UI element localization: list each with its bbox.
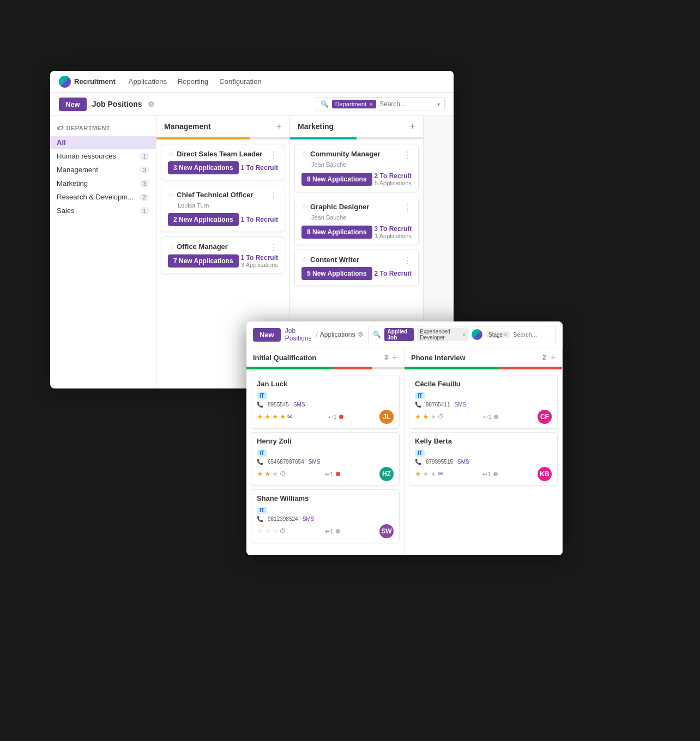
marketing-column-add-icon[interactable]: + <box>409 122 415 131</box>
kelly-dot-icon <box>493 472 498 476</box>
gd-recruit-sub: 1 Applications <box>375 233 412 239</box>
cecile-phone-icon: 📞 <box>415 402 421 408</box>
stage-filter-icon <box>472 329 482 340</box>
sidebar-item-research-count: 2 <box>140 193 149 201</box>
stage-tag[interactable]: Stage × <box>486 331 510 338</box>
stage-label: Stage <box>488 332 503 338</box>
cw-menu-icon[interactable]: ⋮ <box>403 256 412 266</box>
office-manager-footer: 7 New Applications 1 To Recruit 3 Applic… <box>168 254 278 268</box>
kelly-icons: ↩1 <box>482 471 497 478</box>
pi-col-add-icon[interactable]: + <box>551 353 556 362</box>
cecile-avatar-img: CF <box>538 410 552 424</box>
app-title: Recruitment <box>74 77 116 86</box>
search-dropdown-arrow[interactable]: ▾ <box>437 101 440 107</box>
sidebar-item-all[interactable]: All <box>50 136 156 149</box>
cm-star-icon[interactable]: ☆ <box>301 150 308 158</box>
gd-subtitle: Jean Bauche <box>301 214 412 221</box>
cecile-footer: ★ ★ ★ ⏱ ↩1 CF <box>415 410 552 424</box>
pi-progress-green <box>405 367 499 369</box>
gd-star-icon[interactable]: ☆ <box>301 203 308 211</box>
sidebar-item-sales[interactable]: Sales 1 <box>50 204 156 217</box>
sidebar-item-sales-label: Sales <box>57 206 75 215</box>
sidebar-item-hr-label: Human ressources <box>57 152 116 160</box>
sidebar-item-hr-count: 1 <box>140 153 149 160</box>
direct-sales-applications-btn[interactable]: 3 New Applications <box>168 161 239 174</box>
card-content-writer: ☆ Content Writer ⋮ 5 New Applications 2 … <box>294 250 419 286</box>
cto-applications-btn[interactable]: 2 New Applications <box>168 213 239 226</box>
henry-zoli-avatar: HZ <box>379 467 394 481</box>
cecile-reply-icon: ↩1 <box>483 414 491 421</box>
management-column-title: Management <box>164 122 211 131</box>
jan-luck-dot-icon <box>339 415 343 419</box>
nav-configuration[interactable]: Configuration <box>215 75 265 88</box>
shane-williams-name: Shane Williams <box>257 494 394 502</box>
sec-search-bar: 🔍 Applied Job Experienced Developer × St… <box>368 326 557 343</box>
new-button[interactable]: New <box>59 98 87 111</box>
gd-recruit-info: 3 To Recruit 1 Applications <box>375 225 412 239</box>
shane-williams-sms[interactable]: SMS <box>303 516 315 522</box>
card-cm-header: ☆ Community Manager ⋮ <box>301 150 412 160</box>
gd-recruit-count: 3 To Recruit <box>375 225 412 233</box>
phone-interview-column: Phone Interview 2 + Cécile Feuillu IT <box>405 348 563 555</box>
henry-zoli-sms[interactable]: SMS <box>309 459 321 465</box>
office-manager-applications-btn[interactable]: 7 New Applications <box>168 254 239 268</box>
breadcrumb-settings-icon[interactable]: ⚙ <box>358 331 364 338</box>
kelly-phone-num: 879895515 <box>426 459 453 465</box>
breadcrumb-job-positions[interactable]: Job Positions <box>285 327 314 342</box>
nav-reporting[interactable]: Reporting <box>173 75 213 88</box>
direct-sales-menu-icon[interactable]: ⋮ <box>269 150 278 160</box>
cto-star-icon[interactable]: ☆ <box>168 191 174 199</box>
shane-williams-tag: IT <box>257 507 267 514</box>
pi-col-title: Phone Interview <box>411 354 466 362</box>
applied-job-tag[interactable]: Applied Job <box>384 328 414 341</box>
sec-search-input[interactable] <box>513 331 551 338</box>
cecile-clock-icon: ⏱ <box>438 413 444 420</box>
kelly-sms[interactable]: SMS <box>457 459 469 465</box>
gd-applications-btn[interactable]: 8 New Applications <box>301 226 372 239</box>
direct-sales-star-icon[interactable]: ☆ <box>168 150 174 158</box>
iq-progress-gray <box>372 367 404 369</box>
kelly-avatar: KB <box>538 467 552 481</box>
jan-luck-stars: ★ ★ ★ ★ ✉ <box>257 412 292 421</box>
breadcrumb-applications: Applications <box>320 331 355 338</box>
breadcrumb-separator: / <box>316 331 317 338</box>
cm-applications-btn[interactable]: 8 New Applications <box>301 173 372 186</box>
jan-luck-sms[interactable]: SMS <box>293 402 305 408</box>
search-input[interactable] <box>379 100 434 108</box>
marketing-column-header: Marketing + <box>290 116 423 137</box>
jan-luck-phone: 📞 8955545 SMS <box>257 402 394 408</box>
department-filter-close[interactable]: × <box>370 101 373 107</box>
nav-applications[interactable]: Applications <box>124 75 171 88</box>
kelly-name: Kelly Berta <box>415 437 552 445</box>
sec-search-icon: 🔍 <box>373 331 381 338</box>
sidebar-item-management[interactable]: Management 3 <box>50 163 156 177</box>
iq-col-progress <box>246 367 404 369</box>
shane-williams-phone-num: 9812398524 <box>268 516 298 522</box>
gear-icon[interactable]: ⚙ <box>148 100 155 108</box>
iq-col-add-icon[interactable]: + <box>393 353 397 362</box>
sec-new-button[interactable]: New <box>253 328 281 342</box>
exp-developer-close[interactable]: × <box>462 332 466 338</box>
office-manager-star-icon[interactable]: ☆ <box>168 242 174 251</box>
gd-menu-icon[interactable]: ⋮ <box>403 203 412 213</box>
jan-luck-footer: ★ ★ ★ ★ ✉ ↩1 JL <box>257 410 394 424</box>
department-filter-tag[interactable]: Department × <box>332 100 376 108</box>
shane-williams-dot-icon <box>336 529 340 533</box>
iq-col-count: 3 <box>384 354 388 361</box>
page-title: Job Positions <box>92 100 142 108</box>
cw-star-icon[interactable]: ☆ <box>301 256 308 264</box>
sidebar-item-research[interactable]: Research & Developm... 2 <box>50 190 156 204</box>
sidebar-item-marketing[interactable]: Marketing 3 <box>50 177 156 190</box>
cw-applications-btn[interactable]: 5 New Applications <box>301 267 372 280</box>
stage-close[interactable]: × <box>504 332 507 338</box>
management-column-add-icon[interactable]: + <box>276 122 282 131</box>
kelly-envelope-icon: ✉ <box>438 470 443 477</box>
cm-menu-icon[interactable]: ⋮ <box>403 150 412 160</box>
pi-col-header: Phone Interview 2 + <box>405 348 562 367</box>
exp-developer-tag[interactable]: Experienced Developer × <box>417 328 468 341</box>
office-manager-menu-icon[interactable]: ⋮ <box>269 242 278 253</box>
sidebar-item-hr[interactable]: Human ressources 1 <box>50 149 156 163</box>
cecile-sms[interactable]: SMS <box>455 402 467 408</box>
pi-col-progress <box>405 367 562 369</box>
cto-menu-icon[interactable]: ⋮ <box>269 191 278 201</box>
